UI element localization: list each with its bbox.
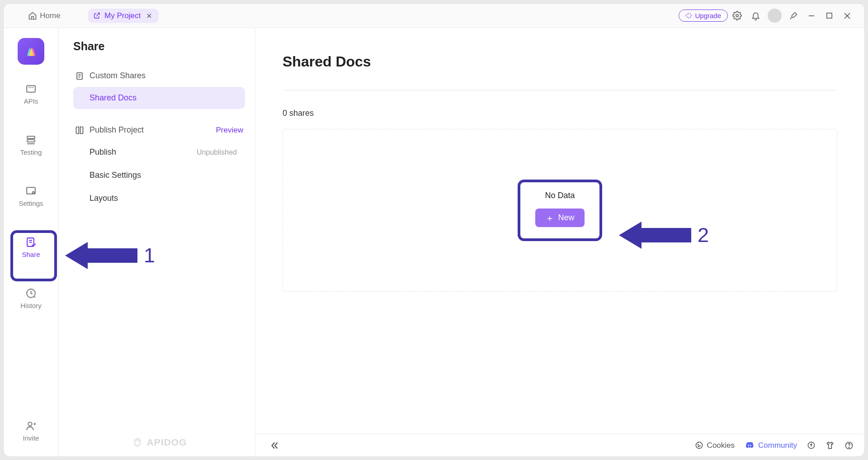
share-panel: Share Custom Shares Shared Docs Publish … bbox=[59, 28, 255, 456]
rail-invite[interactable]: Invite bbox=[14, 417, 48, 445]
footer-community[interactable]: Community bbox=[745, 441, 797, 451]
nav-label: Publish bbox=[90, 147, 116, 157]
rail-apis[interactable]: APIs bbox=[14, 80, 48, 108]
discord-icon bbox=[745, 441, 755, 451]
preview-link[interactable]: Preview bbox=[216, 126, 243, 135]
svg-point-14 bbox=[698, 446, 699, 447]
tab-label: My Project bbox=[104, 11, 141, 20]
rail-share[interactable]: Share bbox=[14, 233, 48, 261]
app-logo[interactable] bbox=[18, 38, 44, 65]
rail-history[interactable]: History bbox=[14, 285, 48, 312]
share-icon bbox=[25, 236, 37, 248]
rail-testing[interactable]: Testing bbox=[14, 131, 48, 159]
gear-icon[interactable] bbox=[728, 8, 746, 23]
nav-label: Custom Shares bbox=[90, 71, 146, 81]
titlebar: Home My Project Upgrade bbox=[4, 4, 864, 28]
nav-layouts[interactable]: Layouts bbox=[73, 187, 245, 209]
publish-status: Unpublished bbox=[197, 148, 237, 156]
rail-label: Testing bbox=[20, 148, 42, 156]
svg-rect-4 bbox=[27, 139, 35, 142]
invite-icon bbox=[25, 420, 37, 432]
nav-custom-shares[interactable]: Custom Shares bbox=[73, 68, 245, 83]
upgrade-label: Upgrade bbox=[695, 12, 721, 19]
cookie-icon bbox=[695, 441, 703, 450]
home-label: Home bbox=[40, 11, 60, 20]
svg-point-9 bbox=[28, 422, 32, 426]
nav-publish[interactable]: Publish Unpublished bbox=[73, 141, 245, 163]
rail-label: APIs bbox=[24, 97, 38, 105]
external-link-icon bbox=[93, 12, 101, 19]
rail-label: Settings bbox=[19, 199, 43, 207]
divider bbox=[283, 90, 837, 90]
svg-rect-1 bbox=[827, 13, 832, 18]
panel-title: Share bbox=[73, 40, 245, 53]
rail-settings[interactable]: Settings bbox=[14, 182, 48, 210]
nav-label: Basic Settings bbox=[90, 171, 141, 180]
book-icon bbox=[75, 126, 84, 135]
nav-label: Publish Project bbox=[90, 125, 144, 135]
avatar[interactable] bbox=[768, 9, 782, 23]
testing-icon bbox=[25, 134, 37, 146]
svg-point-17 bbox=[849, 447, 849, 447]
no-data-label: No Data bbox=[545, 191, 575, 200]
cookies-label: Cookies bbox=[707, 441, 735, 450]
footer: Cookies Community bbox=[255, 434, 864, 456]
footer-cookies[interactable]: Cookies bbox=[695, 441, 735, 450]
svg-point-11 bbox=[696, 442, 702, 448]
project-tab[interactable]: My Project bbox=[88, 9, 159, 23]
nav-label: Shared Docs bbox=[90, 93, 137, 103]
nav-shared-docs[interactable]: Shared Docs bbox=[73, 87, 245, 109]
pin-icon[interactable] bbox=[784, 9, 802, 23]
share-count: 0 shares bbox=[283, 109, 837, 118]
sparkle-icon bbox=[685, 12, 692, 19]
community-label: Community bbox=[758, 441, 797, 450]
empty-state: No Data ＋ New bbox=[283, 129, 837, 292]
home-icon bbox=[28, 11, 37, 20]
upload-icon[interactable] bbox=[807, 441, 816, 450]
window-minimize[interactable] bbox=[802, 9, 821, 22]
nav-basic-settings[interactable]: Basic Settings bbox=[73, 164, 245, 186]
svg-point-6 bbox=[33, 191, 34, 193]
collapse-sidebar-icon[interactable] bbox=[266, 441, 283, 451]
brand-label: APIDOG bbox=[147, 437, 187, 448]
history-icon bbox=[25, 287, 37, 299]
apis-icon bbox=[25, 83, 37, 95]
svg-point-0 bbox=[736, 14, 738, 17]
brand-footer: APIDOG bbox=[73, 436, 245, 452]
svg-point-13 bbox=[699, 446, 700, 446]
rail-label: History bbox=[20, 302, 42, 309]
svg-rect-3 bbox=[27, 136, 35, 138]
svg-rect-2 bbox=[27, 85, 35, 92]
svg-point-12 bbox=[698, 444, 698, 445]
window-close[interactable] bbox=[838, 9, 856, 22]
plus-icon: ＋ bbox=[545, 213, 554, 223]
rail-label: Invite bbox=[23, 434, 39, 442]
left-rail: APIs Testing Settings Share bbox=[4, 28, 59, 456]
help-icon[interactable] bbox=[844, 441, 854, 450]
upgrade-button[interactable]: Upgrade bbox=[679, 9, 728, 22]
tab-close-icon[interactable] bbox=[144, 13, 154, 19]
page-title: Shared Docs bbox=[283, 53, 837, 70]
nav-label: Layouts bbox=[90, 194, 118, 203]
window-maximize[interactable] bbox=[821, 9, 838, 22]
nav-publish-project[interactable]: Publish Project Preview bbox=[73, 123, 245, 138]
no-data-card: No Data ＋ New bbox=[522, 184, 598, 237]
settings-icon bbox=[25, 185, 37, 197]
new-button[interactable]: ＋ New bbox=[535, 209, 584, 227]
new-label: New bbox=[558, 213, 574, 223]
shirt-icon[interactable] bbox=[826, 441, 835, 450]
bell-icon[interactable] bbox=[746, 8, 765, 23]
doc-icon bbox=[75, 71, 84, 81]
home-button[interactable]: Home bbox=[24, 9, 65, 23]
main-content: Shared Docs 0 shares No Data ＋ New bbox=[255, 28, 864, 456]
rail-label: Share bbox=[22, 251, 40, 258]
